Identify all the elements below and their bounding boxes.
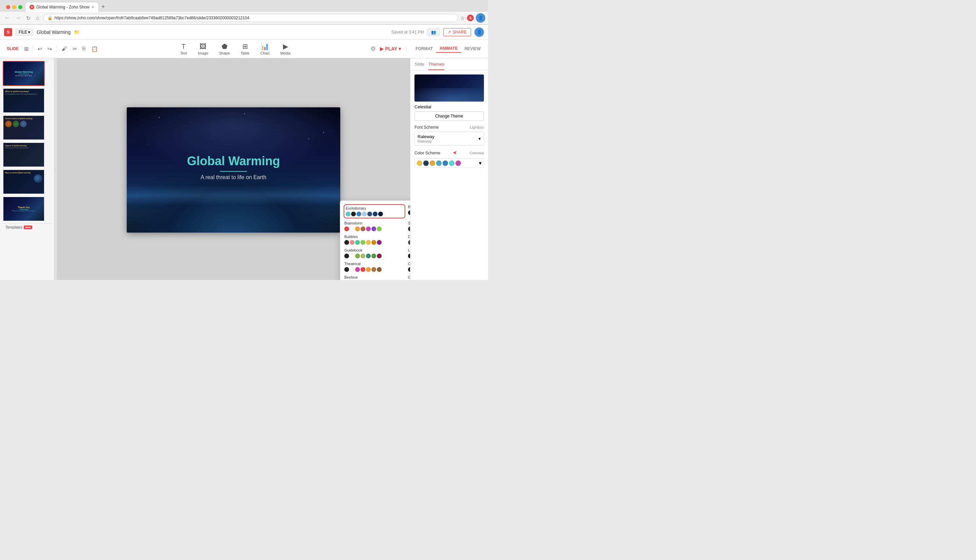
refresh-button[interactable]: ↻ [24,14,32,22]
cs-dot [366,253,371,258]
slide-label: SLIDE [7,47,18,51]
insert-media-tool[interactable]: ▶ Media [277,42,293,56]
settings-button[interactable]: ⚙ [370,45,376,52]
slide-thumb-2[interactable]: What is global warming? It is the gradua… [3,88,45,113]
play-button[interactable]: ▶ PLAY ▾ [377,45,404,53]
chart-icon: 📊 [261,42,269,50]
cs-colors-evolutionary [346,212,403,217]
color-scheme-beehive[interactable]: Beehive [344,275,404,280]
cs-dot [344,240,349,245]
slide-thumb-5[interactable]: Ways to control global warming [3,169,45,194]
cs-dot [373,212,378,217]
animate-tab[interactable]: ANIMATE [436,45,461,53]
cs-name-geometric: Geometric [408,275,410,279]
format-tab[interactable]: FORMAT [412,45,436,53]
slide-thumb-6[interactable]: Thank You Thank you for watching. Follow… [3,197,45,222]
user-avatar[interactable]: 👤 [475,27,484,37]
color-scheme-theatrical[interactable]: Theatrical [344,262,404,272]
url-text: https://show.zoho.com/show/open/frofr7ab… [55,15,454,20]
copy-button[interactable]: ⎘ [80,44,88,53]
cs-dot [355,240,360,245]
tab-close-btn[interactable]: × [92,4,94,10]
cs-name-theatrical: Theatrical [344,262,404,266]
insert-tools: T Text 🖼 Image ⬟ Shape ⊞ Table 📊 Chart ▶… [177,42,293,56]
drag-handle[interactable]: ⋮ [54,58,57,280]
right-panel-tabs-toolbar: FORMAT ANIMATE REVIEW [412,45,484,53]
redo-button[interactable]: ↪ [45,44,54,53]
traffic-light-fullscreen[interactable] [18,5,22,9]
slide-thumb-3[interactable]: Various causes of global warming [3,115,45,140]
cs-dot [350,253,354,258]
insert-table-tool[interactable]: ⊞ Table [238,42,252,56]
paste-button[interactable]: 📋 [89,44,100,53]
new-tab-button[interactable]: + [99,2,108,12]
color-scheme-row: Color Scheme ➤ Celestial [414,150,484,156]
cs-name-evolutionary: Evolutionary [346,206,403,210]
font-scheme-value: Lightbox [470,125,484,129]
share-button[interactable]: ↗ SHARE [443,28,471,36]
slide-thumb-1[interactable]: Global Warming A real threat to life on … [3,61,45,86]
image-label: Image [198,51,209,55]
image-icon: 🖼 [200,43,206,50]
color-scheme-bubbles[interactable]: Bubbles [344,235,404,245]
cs-name-guidebook: Guidebook [344,248,404,252]
new-badge: New [24,225,32,229]
bookmark-button[interactable]: ☆ [460,15,465,21]
cs-dot [417,160,422,166]
right-panel-slide-tab[interactable]: Slide [414,62,424,70]
insert-text-tool[interactable]: T Text [177,42,189,56]
forward-button[interactable]: → [13,14,22,22]
cs-dot [366,267,371,272]
slide-thumb-4[interactable]: Impacts of global warming Rising tempera… [3,142,45,167]
address-bar[interactable]: 🔒 https://show.zoho.com/show/open/frofr7… [43,14,458,22]
insert-shape-tool[interactable]: ⬟ Shape [216,42,232,56]
font-scheme-label: Font Scheme [414,125,438,130]
traffic-light-close[interactable] [6,5,10,9]
slide-button[interactable]: SLIDE [4,45,21,52]
color-scheme-evolutionary[interactable]: Evolutionary [344,205,404,218]
color-scheme-guidebook[interactable]: Guidebook [344,248,404,258]
format-paint-button[interactable]: 🖌 [60,44,69,53]
home-button[interactable]: ⌂ [34,14,41,22]
insert-chart-tool[interactable]: 📊 Chart [257,42,272,56]
cs-dot [377,227,382,231]
cs-name-community: Community [408,262,410,266]
color-scheme-geometric[interactable]: Geometric [408,275,410,280]
color-scheme-community[interactable]: Community [408,262,410,272]
change-theme-button[interactable]: Change Theme [414,112,484,121]
color-scheme-selector[interactable]: ▾ [414,158,484,168]
cs-dot [355,267,360,272]
templates-section[interactable]: Templates New [3,223,51,230]
color-scheme-dormitory[interactable]: Dormitory [408,235,410,245]
browser-profile-avatar[interactable]: 👤 [476,13,485,23]
color-scheme-dropdown[interactable]: Evolutionary Bold [340,200,410,280]
undo-button[interactable]: ↩ [35,44,44,53]
cs-dot [377,267,382,272]
insert-image-tool[interactable]: 🖼 Image [195,42,211,56]
cs-colors-community [408,267,410,272]
review-tab[interactable]: REVIEW [461,45,484,53]
layout-button[interactable]: ⊞ [23,44,30,53]
collaborate-button[interactable]: 👥 [427,28,440,36]
tab-favicon: S [30,5,34,10]
color-scheme-bold[interactable]: Bold [408,205,410,218]
document-title[interactable]: Global Warming [37,30,70,35]
color-scheme-brainstorm[interactable]: Brainstorm [344,221,404,231]
color-scheme-serene[interactable]: Serene [408,221,410,231]
cs-dot [371,227,376,231]
cs-colors-theatrical [344,267,404,272]
color-scheme-lightbox[interactable]: Lightbox [408,248,410,258]
cs-dot [371,267,376,272]
traffic-light-minimize[interactable] [12,5,16,9]
browser-tab[interactable]: S Global Warming - Zoho Show × [25,2,99,12]
file-menu-button[interactable]: FILE ▾ [16,28,33,36]
toolbar-separator-3 [406,45,407,52]
font-select-dropdown[interactable]: Raleway Raleway ▾ [414,132,484,146]
cut-button[interactable]: ✂ [70,44,79,53]
back-button[interactable]: ← [3,14,12,22]
cs-colors-dormitory [408,240,410,245]
share-label: SHARE [453,30,467,35]
right-panel-themes-tab[interactable]: Themes [428,62,444,70]
canvas-area[interactable]: Global Warming A real threat to life on … [57,58,410,280]
cs-colors-bubbles [344,240,404,245]
